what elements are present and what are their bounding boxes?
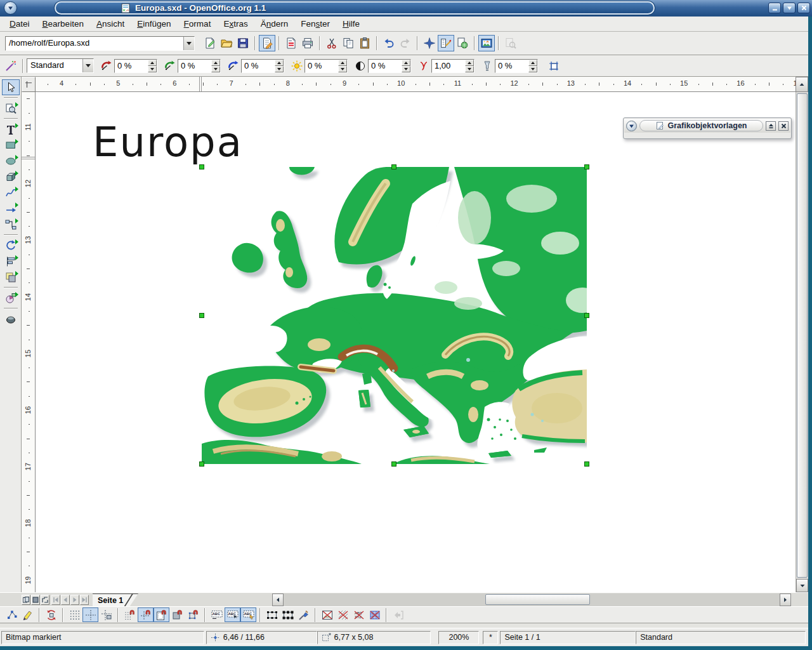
snap-grid-button[interactable] (82, 607, 98, 622)
master-view-button[interactable] (31, 595, 40, 605)
stylist-titlebar[interactable]: Grafikobjektvorlagen (624, 119, 790, 133)
spin-field[interactable]: 0 % (178, 59, 221, 73)
snap-grid-magnet-button[interactable] (122, 607, 138, 622)
picture-placeholder-button[interactable] (319, 607, 335, 622)
zoom-button[interactable] (502, 35, 519, 51)
horizontal-scrollbar-thumb[interactable] (485, 594, 590, 605)
next-page-button[interactable] (70, 595, 79, 605)
snap-margins-button[interactable] (154, 607, 169, 622)
stylist-button[interactable] (438, 35, 454, 51)
dblclick-text-button[interactable]: ABC (240, 607, 256, 622)
ellipse-tool-button[interactable] (2, 153, 20, 169)
horizontal-scrollbar[interactable] (284, 594, 780, 606)
menu-item-einfügen[interactable]: Einfügen (131, 17, 177, 30)
first-page-button[interactable] (51, 595, 60, 605)
prev-page-button[interactable] (61, 595, 70, 605)
selection-handle-s[interactable] (391, 461, 396, 467)
spin-down-button[interactable] (465, 66, 474, 72)
last-page-button[interactable] (80, 595, 89, 605)
undo-button[interactable] (381, 35, 397, 51)
stylist-close-button[interactable] (778, 121, 789, 131)
interaction-button[interactable] (2, 311, 20, 327)
exit-group-button[interactable] (390, 607, 406, 622)
spin-up-button[interactable] (275, 60, 284, 66)
filter-button[interactable] (3, 58, 19, 74)
spin-field[interactable]: 0 % (241, 59, 284, 73)
export-pdf-button[interactable] (283, 35, 299, 51)
spin-down-button[interactable] (211, 66, 220, 72)
spin-field[interactable]: 1,00 (431, 59, 475, 73)
spin-value[interactable]: 0 % (242, 60, 275, 72)
selection-handle-nw[interactable] (199, 164, 204, 169)
navigator-button[interactable] (421, 35, 438, 51)
copy-button[interactable] (340, 35, 357, 51)
spin-up-button[interactable] (338, 60, 347, 66)
menu-item-bearbeiten[interactable]: Bearbeiten (36, 17, 90, 30)
spin-up-button[interactable] (148, 60, 157, 66)
text-tool-button[interactable] (2, 121, 20, 137)
stylist-panel[interactable]: Grafikobjektvorlagen (623, 117, 792, 139)
url-combobox[interactable]: /home/rolf/Europa.sxd (5, 36, 195, 51)
selection-handle-se[interactable] (584, 461, 589, 467)
europe-map-bitmap[interactable] (202, 167, 587, 464)
spin-value[interactable]: 0 % (305, 60, 338, 72)
select-text-area-button[interactable]: ABC (225, 607, 240, 622)
graphics-mode-dropdown-button[interactable] (82, 59, 93, 72)
helplines-move-button[interactable] (98, 607, 114, 622)
threed-tool-button[interactable] (2, 169, 20, 185)
spin-up-button[interactable] (402, 60, 410, 66)
select-button[interactable] (2, 79, 20, 95)
spin-value[interactable]: 0 % (178, 60, 211, 72)
new-document-button[interactable] (202, 35, 218, 51)
spin-value[interactable]: 1,00 (432, 60, 465, 72)
scroll-right-button[interactable] (780, 594, 791, 606)
menu-item-fenster[interactable]: Fenster (294, 17, 336, 30)
ruler-origin-button[interactable] (22, 77, 36, 92)
graphics-mode-combobox[interactable]: Standard (27, 58, 94, 73)
maximize-button[interactable] (783, 3, 796, 13)
selection-handle-e[interactable] (584, 313, 589, 318)
edit-points-button[interactable] (4, 607, 20, 622)
gallery-button[interactable] (478, 35, 495, 51)
snap-points-button[interactable] (185, 607, 201, 622)
menu-item-extras[interactable]: Extras (217, 17, 254, 30)
drawing-title-text[interactable]: Europa (93, 120, 243, 164)
cut-button[interactable] (324, 35, 340, 51)
spin-value[interactable]: 0 % (369, 60, 402, 72)
snap-snaplines-button[interactable] (138, 607, 154, 622)
page-view-button[interactable] (22, 595, 30, 605)
window-menu-button[interactable] (4, 1, 17, 15)
spin-down-button[interactable] (402, 66, 410, 72)
paste-button[interactable] (357, 35, 373, 51)
line-arrow-button[interactable] (2, 201, 20, 216)
show-grid-button[interactable] (67, 607, 82, 622)
large-handles-button[interactable] (280, 607, 296, 622)
rotation-mode-button[interactable] (43, 607, 59, 622)
connector-button[interactable] (2, 216, 20, 232)
print-button[interactable] (299, 35, 316, 51)
selection-handle-n[interactable] (391, 164, 396, 169)
hyperlink-button[interactable] (454, 35, 471, 51)
minimize-button[interactable] (768, 3, 781, 13)
zoom-field[interactable]: 200% (438, 631, 479, 644)
scroll-up-button[interactable] (796, 77, 808, 92)
titlebar[interactable]: Europa.sxd - OpenOffice.org 1.1 (0, 0, 812, 17)
edit-file-button[interactable] (259, 35, 275, 51)
contour-mode-button[interactable] (335, 607, 351, 622)
stylist-menu-button[interactable] (626, 121, 637, 131)
crop-button[interactable] (546, 58, 562, 74)
url-field[interactable]: /home/rolf/Europa.sxd (6, 37, 183, 50)
save-button[interactable] (235, 35, 251, 51)
selection-handle-ne[interactable] (584, 164, 589, 169)
glue-points-button[interactable] (20, 607, 36, 622)
page-style-field[interactable]: Standard (636, 631, 806, 644)
quick-edit-button[interactable]: ABC (209, 607, 225, 622)
drawing-canvas[interactable]: Europa (36, 92, 796, 592)
spin-field[interactable]: 0 % (368, 59, 411, 73)
spin-up-button[interactable] (465, 60, 474, 66)
rect-tool-button[interactable] (2, 137, 20, 153)
simple-handles-button[interactable] (264, 607, 280, 622)
selection-handle-w[interactable] (199, 313, 204, 318)
scroll-down-button[interactable] (796, 579, 808, 592)
curve-tool-button[interactable] (2, 185, 20, 201)
